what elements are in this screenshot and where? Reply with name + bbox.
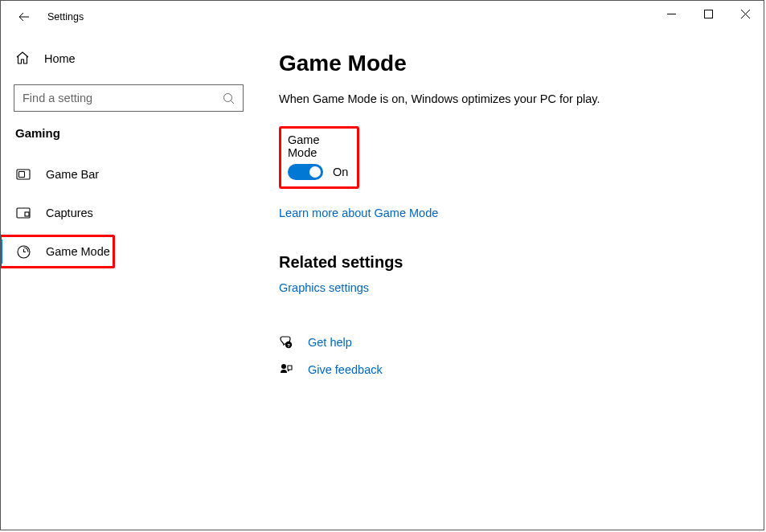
- feedback-icon: [279, 363, 293, 376]
- svg-text:?: ?: [287, 343, 290, 348]
- game-mode-toggle[interactable]: [288, 164, 323, 180]
- related-settings-header: Related settings: [279, 253, 741, 272]
- window-title: Settings: [47, 11, 84, 23]
- give-feedback-label: Give feedback: [308, 363, 383, 376]
- category-header: Gaming: [1, 126, 256, 151]
- minimize-button[interactable]: [653, 1, 690, 27]
- home-nav[interactable]: Home: [1, 43, 256, 75]
- window-body: Home Find a setting Gaming: [1, 33, 764, 530]
- toggle-state: On: [333, 166, 348, 178]
- toggle-label: Game Mode: [288, 133, 349, 159]
- get-help-icon: ?: [279, 336, 293, 349]
- svg-rect-3: [19, 172, 25, 178]
- minimize-icon: [667, 10, 676, 18]
- game-mode-icon: [15, 245, 31, 259]
- sidebar: Home Find a setting Gaming: [1, 33, 256, 530]
- search-wrap: Find a setting: [1, 84, 256, 126]
- settings-window: Settings Home: [0, 0, 764, 530]
- titlebar: Settings: [1, 1, 764, 33]
- nav-item-label: Captures: [46, 207, 93, 219]
- svg-point-9: [281, 364, 286, 369]
- maximize-icon: [704, 10, 713, 18]
- help-group: ? Get help Give feedback: [279, 329, 741, 383]
- window-controls: [653, 1, 764, 33]
- nav-item-label: Game Mode: [46, 245, 110, 258]
- nav-item-captures[interactable]: Captures: [1, 196, 256, 230]
- nav-list: Game Bar Captures: [1, 151, 256, 268]
- svg-rect-5: [25, 212, 29, 216]
- nav-item-game-mode[interactable]: Game Mode: [1, 235, 115, 268]
- back-button[interactable]: [15, 1, 33, 33]
- search-input[interactable]: Find a setting: [14, 84, 244, 112]
- game-bar-icon: [15, 169, 31, 180]
- get-help-label: Get help: [308, 336, 352, 349]
- learn-more-link[interactable]: Learn more about Game Mode: [279, 207, 438, 219]
- home-icon: [15, 51, 30, 68]
- arrow-left-icon: [18, 10, 31, 23]
- get-help-row[interactable]: ? Get help: [279, 329, 741, 355]
- graphics-settings-link[interactable]: Graphics settings: [279, 281, 369, 294]
- svg-rect-0: [704, 10, 712, 18]
- main-content: Game Mode When Game Mode is on, Windows …: [256, 33, 764, 530]
- nav-item-game-bar[interactable]: Game Bar: [1, 158, 256, 191]
- page-description: When Game Mode is on, Windows optimizes …: [279, 92, 741, 105]
- maximize-button[interactable]: [690, 1, 727, 27]
- close-icon: [741, 10, 750, 18]
- captures-icon: [15, 207, 31, 219]
- toggle-row: On: [288, 164, 349, 180]
- page-title: Game Mode: [279, 51, 741, 76]
- search-icon: [223, 92, 235, 104]
- game-mode-toggle-block: Game Mode On: [279, 126, 359, 189]
- search-placeholder: Find a setting: [23, 92, 92, 104]
- close-button[interactable]: [727, 1, 764, 27]
- nav-item-label: Game Bar: [46, 168, 99, 181]
- home-label: Home: [44, 52, 76, 65]
- svg-point-1: [224, 93, 232, 101]
- give-feedback-row[interactable]: Give feedback: [279, 357, 741, 383]
